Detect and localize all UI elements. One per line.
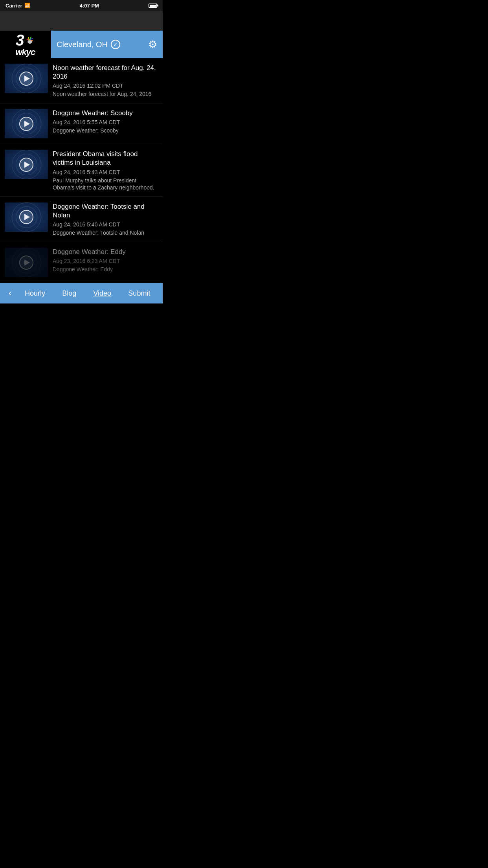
video-thumbnail[interactable] <box>5 64 48 93</box>
video-item[interactable]: Doggone Weather: Scooby Aug 24, 2016 5:5… <box>0 103 163 144</box>
header-right: Cleveland, OH ✓ ⚙ <box>51 31 163 58</box>
svg-point-1 <box>28 40 32 44</box>
video-thumbnail[interactable] <box>5 150 48 179</box>
play-triangle-icon <box>24 259 30 266</box>
video-thumbnail[interactable] <box>5 109 48 138</box>
nav-item-hourly[interactable]: Hourly <box>22 286 48 301</box>
wifi-icon: 📶 <box>24 3 30 8</box>
battery-icon <box>149 4 157 8</box>
video-title: Doggone Weather: Scooby <box>53 109 158 118</box>
nav-item-video[interactable]: Video <box>91 286 114 301</box>
video-thumbnail[interactable] <box>5 248 48 277</box>
video-date: Aug 24, 2016 5:55 AM CDT <box>53 119 158 125</box>
ad-banner <box>0 11 163 31</box>
play-button[interactable] <box>19 117 33 131</box>
play-triangle-icon <box>24 214 30 220</box>
logo: 3 wkyc <box>15 32 35 57</box>
nbc-peacock-icon <box>25 36 35 44</box>
logo-area: 3 wkyc <box>0 31 51 58</box>
video-item[interactable]: Doggone Weather: Eddy Aug 23, 2016 6:23 … <box>0 242 163 283</box>
play-triangle-icon <box>24 162 30 168</box>
video-thumbnail[interactable] <box>5 202 48 232</box>
video-description: Paul Murphy talks about President Obama'… <box>53 177 158 191</box>
play-button[interactable] <box>19 256 33 270</box>
video-item[interactable]: Noon weather forecast for Aug. 24, 2016 … <box>0 58 163 103</box>
video-title: President Obama visits flood victims in … <box>53 150 158 167</box>
play-triangle-icon <box>24 121 30 127</box>
video-title: Doggone Weather: Tootsie and Nolan <box>53 202 158 220</box>
logo-callsign: wkyc <box>15 48 35 57</box>
time-label: 4:07 PM <box>80 3 99 9</box>
video-date: Aug 24, 2016 5:40 AM CDT <box>53 221 158 228</box>
video-item[interactable]: President Obama visits flood victims in … <box>0 144 163 197</box>
video-date: Aug 24, 2016 5:43 AM CDT <box>53 169 158 175</box>
play-button[interactable] <box>19 72 33 86</box>
video-date: Aug 23, 2016 6:23 AM CDT <box>53 258 158 264</box>
settings-icon[interactable]: ⚙ <box>148 39 157 51</box>
video-description: Noon weather forecast for Aug. 24, 2016 <box>53 90 158 97</box>
video-list: Noon weather forecast for Aug. 24, 2016 … <box>0 58 163 283</box>
carrier-label: Carrier <box>6 3 22 9</box>
bottom-nav: ‹ Hourly Blog Video Submit <box>0 283 163 303</box>
play-triangle-icon <box>24 75 30 82</box>
location-area[interactable]: Cleveland, OH ✓ <box>57 40 120 49</box>
video-item[interactable]: Doggone Weather: Tootsie and Nolan Aug 2… <box>0 197 163 242</box>
nav-item-submit[interactable]: Submit <box>126 286 152 301</box>
video-description: Doggone Weather: Scooby <box>53 127 158 134</box>
video-description: Doggone Weather: Tootsie and Nolan <box>53 229 158 236</box>
carrier-info: Carrier 📶 <box>6 3 30 9</box>
nav-items: Hourly Blog Video Submit <box>16 286 159 301</box>
video-title: Doggone Weather: Eddy <box>53 248 158 256</box>
location-dropdown-icon[interactable]: ✓ <box>111 40 120 49</box>
back-button[interactable]: ‹ <box>4 285 16 302</box>
nav-item-blog[interactable]: Blog <box>60 286 79 301</box>
video-date: Aug 24, 2016 12:02 PM CDT <box>53 83 158 89</box>
play-button[interactable] <box>19 158 33 172</box>
logo-number: 3 <box>15 32 24 48</box>
video-title: Noon weather forecast for Aug. 24, 2016 <box>53 64 158 81</box>
status-bar: Carrier 📶 4:07 PM <box>0 0 163 11</box>
app-header: 3 wkyc Cleveland, OH ✓ ⚙ <box>0 31 163 58</box>
video-description: Doggone Weather: Eddy <box>53 266 158 273</box>
location-label: Cleveland, OH <box>57 40 108 49</box>
